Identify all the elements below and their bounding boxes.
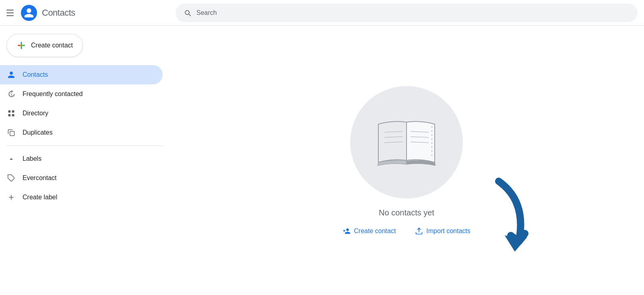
empty-actions: Create contact Import contacts bbox=[343, 227, 470, 235]
search-input[interactable] bbox=[196, 9, 630, 16]
sidebar-item-duplicates-label: Duplicates bbox=[23, 129, 53, 136]
sidebar-item-evercontact-label: Evercontact bbox=[23, 174, 56, 182]
arrow-decoration bbox=[487, 177, 535, 259]
app-title: Contacts bbox=[42, 8, 75, 18]
import-contacts-link-label: Import contacts bbox=[426, 227, 470, 235]
sidebar-divider bbox=[6, 145, 163, 146]
labels-section-label: Labels bbox=[23, 155, 41, 162]
plus-icon bbox=[17, 41, 26, 50]
sidebar-item-contacts[interactable]: Contacts bbox=[0, 65, 163, 84]
menu-button[interactable] bbox=[6, 8, 16, 18]
create-label-text: Create label bbox=[23, 194, 57, 201]
create-contact-link-label: Create contact bbox=[354, 227, 396, 235]
header-left: Contacts bbox=[6, 5, 175, 21]
main-content: No contacts yet Create contact Import co… bbox=[169, 26, 644, 295]
body: Create contact Contacts Frequently conta… bbox=[0, 26, 644, 295]
upload-icon bbox=[415, 227, 423, 235]
search-bar[interactable] bbox=[175, 4, 638, 22]
person-icon bbox=[6, 70, 16, 80]
sidebar-item-create-label[interactable]: Create label bbox=[0, 188, 163, 207]
svg-marker-10 bbox=[505, 236, 527, 252]
copy-icon bbox=[6, 128, 16, 137]
sidebar-item-directory-label: Directory bbox=[23, 110, 48, 117]
create-contact-label: Create contact bbox=[31, 42, 73, 49]
sidebar-item-contacts-label: Contacts bbox=[23, 71, 48, 78]
import-contacts-link[interactable]: Import contacts bbox=[415, 227, 470, 235]
empty-state: No contacts yet Create contact Import co… bbox=[343, 86, 470, 235]
chevron-up-icon bbox=[6, 154, 16, 164]
label-icon bbox=[6, 173, 16, 183]
grid-icon bbox=[6, 109, 16, 118]
sidebar-item-evercontact[interactable]: Evercontact bbox=[0, 168, 163, 188]
sidebar-item-frequently-contacted[interactable]: Frequently contacted bbox=[0, 84, 163, 104]
sidebar-item-directory[interactable]: Directory bbox=[0, 104, 163, 123]
create-contact-button[interactable]: Create contact bbox=[6, 34, 83, 57]
search-icon bbox=[184, 9, 192, 17]
avatar[interactable] bbox=[21, 5, 37, 21]
sidebar-item-duplicates[interactable]: Duplicates bbox=[0, 123, 163, 142]
no-contacts-text: No contacts yet bbox=[379, 208, 434, 217]
create-contact-link[interactable]: Create contact bbox=[343, 227, 396, 235]
svg-rect-0 bbox=[10, 131, 14, 136]
sidebar: Create contact Contacts Frequently conta… bbox=[0, 26, 169, 295]
labels-section-header[interactable]: Labels bbox=[0, 149, 169, 168]
person-add-icon bbox=[343, 227, 351, 235]
history-icon bbox=[6, 89, 16, 99]
sidebar-item-frequently-contacted-label: Frequently contacted bbox=[23, 90, 83, 98]
app-header: Contacts bbox=[0, 0, 644, 26]
book-icon bbox=[370, 110, 443, 174]
empty-state-illustration bbox=[350, 86, 463, 199]
add-icon bbox=[6, 193, 16, 202]
